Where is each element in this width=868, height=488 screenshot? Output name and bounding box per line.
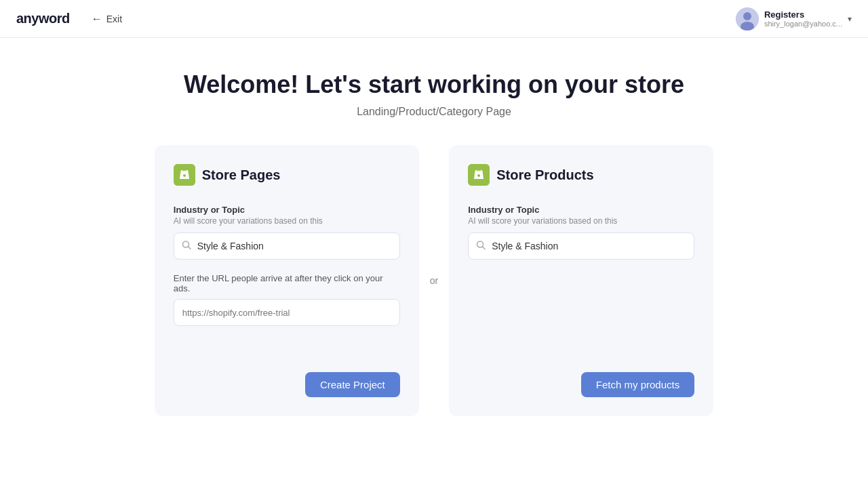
header: anyword ← Exit Registers shiry_logan@yah…	[0, 0, 868, 38]
svg-rect-3	[174, 164, 195, 186]
page-subtitle: Landing/Product/Category Page	[357, 106, 511, 118]
fetch-products-button[interactable]: Fetch my products	[581, 372, 694, 397]
create-project-button[interactable]: Create Project	[305, 372, 400, 397]
store-products-card-header: Store Products	[468, 164, 694, 186]
user-info: Registers shiry_logan@yahoo.c...	[764, 9, 842, 28]
svg-line-5	[188, 247, 191, 249]
store-pages-card-header: Store Pages	[174, 164, 400, 186]
shopify-pages-icon	[174, 164, 195, 186]
url-field: Enter the URL people arrive at after the…	[174, 273, 400, 326]
user-name: Registers	[764, 9, 842, 20]
industry-input-pages[interactable]	[174, 232, 400, 260]
shopify-products-icon	[468, 164, 490, 186]
page-title: Welcome! Let's start working on your sto…	[184, 70, 684, 99]
industry-field-pages: Industry or Topic AI will score your var…	[174, 205, 400, 273]
industry-hint-products: AI will score your variations based on t…	[468, 216, 694, 226]
store-pages-title: Store Pages	[202, 167, 281, 183]
exit-arrow-icon: ←	[92, 13, 102, 25]
user-email: shiry_logan@yahoo.c...	[764, 20, 842, 28]
industry-input-wrapper-pages	[174, 232, 400, 260]
exit-button[interactable]: ← Exit	[86, 10, 127, 28]
store-products-card: Store Products Industry or Topic AI will…	[449, 145, 713, 416]
or-divider: or	[419, 275, 449, 286]
url-input[interactable]	[174, 299, 400, 326]
industry-field-products: Industry or Topic AI will score your var…	[468, 205, 694, 273]
exit-label: Exit	[106, 14, 122, 24]
store-products-title: Store Products	[496, 167, 593, 183]
industry-hint-pages: AI will score your variations based on t…	[174, 216, 400, 226]
search-icon-pages	[182, 241, 191, 252]
chevron-down-icon: ▾	[848, 14, 852, 24]
user-menu[interactable]: Registers shiry_logan@yahoo.c... ▾	[736, 7, 852, 30]
store-pages-card: Store Pages Industry or Topic AI will sc…	[155, 145, 419, 416]
svg-rect-6	[468, 164, 490, 186]
industry-input-products[interactable]	[468, 232, 694, 260]
industry-label-pages: Industry or Topic	[174, 205, 400, 215]
main-content: Welcome! Let's start working on your sto…	[0, 38, 868, 432]
store-products-footer: Fetch my products	[468, 359, 694, 397]
avatar	[736, 7, 759, 30]
store-pages-footer: Create Project	[174, 359, 400, 397]
search-icon-products	[476, 241, 486, 252]
url-label: Enter the URL people arrive at after the…	[174, 273, 400, 293]
svg-line-8	[483, 247, 486, 249]
header-left: anyword ← Exit	[16, 10, 127, 28]
industry-label-products: Industry or Topic	[468, 205, 694, 215]
svg-point-1	[743, 12, 751, 20]
industry-input-wrapper-products	[468, 232, 694, 260]
cards-container: Store Pages Industry or Topic AI will sc…	[81, 145, 787, 416]
logo: anyword	[16, 11, 70, 26]
